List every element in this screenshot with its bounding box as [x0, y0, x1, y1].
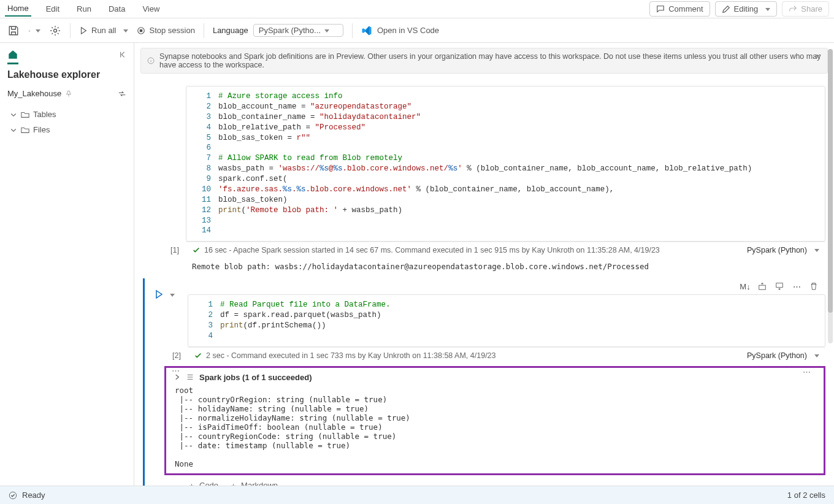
svg-rect-4: [759, 286, 766, 290]
delete-icon[interactable]: [808, 281, 819, 292]
tab-edit[interactable]: Edit: [44, 2, 62, 16]
tab-run[interactable]: Run: [74, 2, 94, 16]
play-icon: [79, 26, 88, 35]
code-editor[interactable]: 1# Read Parquet file into a DataFrame.2d…: [188, 294, 825, 347]
open-vscode-button[interactable]: Open in VS Code: [361, 25, 439, 36]
lakehouse-name[interactable]: My_Lakehouse: [7, 89, 72, 98]
chevron-down-icon: [762, 4, 770, 13]
vscode-icon: [361, 25, 372, 36]
lakehouse-icon: [7, 49, 18, 60]
comment-icon: [656, 5, 665, 13]
notebook-main: Synapse notebooks and Spark job definiti…: [134, 43, 834, 486]
duration: 2 sec: [206, 351, 224, 360]
code-cell-1: 1# Azure storage access info2blob_accoun…: [143, 86, 825, 275]
cell-index: [1]: [170, 246, 179, 254]
cell-toolbar: M↓ ⋯: [188, 278, 825, 294]
folder-icon: [21, 126, 29, 134]
tab-home[interactable]: Home: [5, 1, 31, 17]
svg-point-0: [54, 29, 57, 32]
run-all-button[interactable]: Run all: [79, 26, 128, 35]
cell-language[interactable]: PySpark (Python): [747, 351, 807, 360]
cell-status: [1] 16 sec - Apache Spark session starte…: [186, 242, 825, 258]
tab-data[interactable]: Data: [106, 2, 128, 16]
insert-above-icon[interactable]: [757, 281, 768, 292]
tab-view[interactable]: View: [140, 2, 162, 16]
toolbar: Run all Stop session Language PySpark (P…: [0, 18, 834, 43]
insert-below-icon[interactable]: [774, 281, 785, 292]
list-icon: [186, 373, 194, 381]
cell-count: 1 of 2 cells: [787, 491, 825, 500]
pencil-icon: [722, 5, 730, 13]
svg-rect-5: [776, 283, 783, 288]
check-icon: [192, 246, 201, 254]
status-text: - Apache Spark session started in 14 sec…: [229, 246, 659, 254]
language-selector: Language PySpark (Pytho...: [213, 24, 343, 37]
share-button: Share: [782, 1, 829, 17]
sidebar-title: Lakehouse explorer: [7, 69, 126, 80]
chevron-right-icon[interactable]: [174, 373, 181, 381]
cell-status: [2] 2 sec - Command executed in 1 sec 73…: [188, 347, 825, 364]
sidebar: Lakehouse explorer My_Lakehouse Tables F…: [0, 43, 134, 486]
spark-jobs-label: Spark jobs (1 of 1 succeeded): [199, 373, 312, 382]
info-icon: [147, 56, 155, 65]
stop-session-button[interactable]: Stop session: [137, 26, 194, 35]
svg-rect-2: [140, 29, 142, 31]
more-icon[interactable]: ⋯: [791, 281, 802, 292]
collapse-sidebar-icon[interactable]: [119, 50, 128, 59]
status-text: - Command executed in 1 sec 733 ms by Ka…: [226, 351, 495, 360]
scrollbar[interactable]: [828, 49, 833, 343]
chevron-down-icon: [10, 126, 17, 134]
language-label: Language: [213, 26, 248, 35]
lakehouse-underline: [7, 63, 18, 64]
add-markdown-button[interactable]: ＋Markdown: [229, 480, 278, 486]
check-icon: [194, 351, 202, 360]
preview-banner: Synapse notebooks and Spark job definiti…: [140, 48, 828, 74]
pin-icon: [65, 90, 72, 97]
tree-tables[interactable]: Tables: [7, 107, 126, 122]
run-cell-icon[interactable]: [154, 289, 164, 299]
cell-language[interactable]: PySpark (Python): [747, 246, 807, 254]
add-cell-buttons: ＋Code ＋Markdown: [188, 475, 825, 486]
spark-jobs-panel: Spark jobs (1 of 1 succeeded) root |-- c…: [164, 366, 825, 475]
save-icon[interactable]: [7, 25, 20, 37]
cell-output: Remote blob path: wasbs://holidaydatacon…: [186, 258, 825, 275]
cell-index: [2]: [172, 351, 181, 360]
download-icon[interactable]: [28, 25, 40, 37]
editing-button[interactable]: Editing: [715, 1, 778, 17]
comment-button[interactable]: Comment: [649, 1, 710, 17]
language-dropdown[interactable]: PySpark (Pytho...: [253, 24, 343, 37]
schema-output: root |-- countryOrRegion: string (nullab…: [175, 386, 816, 468]
refresh-icon[interactable]: [118, 90, 126, 98]
check-circle-icon: [9, 491, 17, 500]
share-icon: [789, 5, 797, 13]
stop-icon: [137, 26, 145, 35]
code-editor[interactable]: 1# Azure storage access info2blob_accoun…: [186, 86, 825, 242]
add-code-button[interactable]: ＋Code: [188, 480, 218, 486]
run-options-icon[interactable]: [166, 290, 175, 299]
chevron-down-icon: [10, 111, 17, 118]
code-cell-2: M↓ ⋯ 1# Read Parquet file into a DataFra…: [143, 278, 825, 486]
duration: 16 sec: [204, 246, 227, 254]
tree-files[interactable]: Files: [7, 122, 126, 137]
markdown-toggle-icon[interactable]: M↓: [740, 281, 751, 292]
status-text: Ready: [22, 491, 45, 500]
folder-icon: [21, 110, 29, 119]
close-icon[interactable]: ✕: [814, 52, 821, 61]
menu-bar: Home Edit Run Data View Comment Editing …: [0, 0, 834, 18]
status-bar: Ready 1 of 2 cells: [0, 486, 834, 504]
settings-icon[interactable]: [49, 25, 61, 37]
